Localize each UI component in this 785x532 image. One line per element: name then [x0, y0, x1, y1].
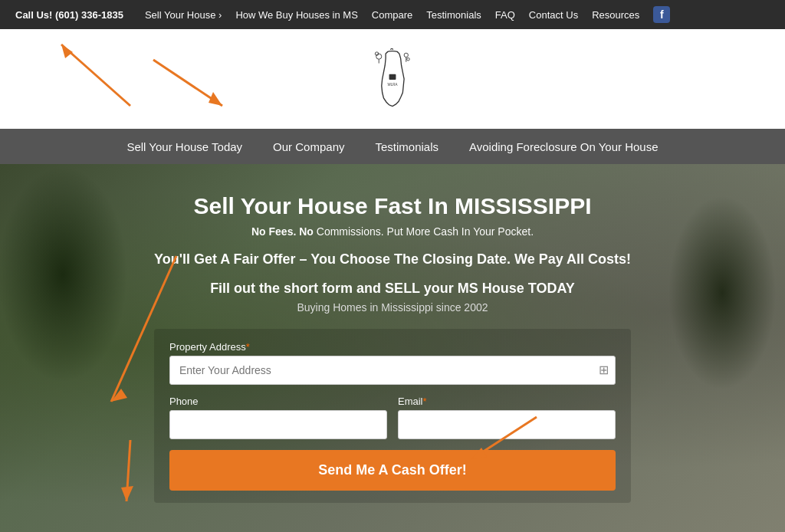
hero-buying: Buying Homes in Mississippi since 2002	[154, 301, 631, 314]
nav-faq[interactable]: FAQ	[495, 9, 515, 21]
phone-label: Phone	[169, 396, 387, 407]
email-label: Email*	[398, 396, 616, 407]
svg-point-1	[376, 54, 382, 59]
secnav-sell-house[interactable]: Sell Your House Today	[126, 140, 242, 153]
hero-section: Sell Your House Fast In MISSISSIPPI No F…	[0, 164, 785, 532]
phone-field-group: Phone	[169, 396, 387, 439]
no-commissions: No	[299, 225, 314, 238]
nav-compare[interactable]: Compare	[372, 9, 412, 21]
svg-marker-11	[209, 92, 222, 106]
no-fees: No Fees.	[251, 225, 296, 238]
hero-offer: You'll Get A Fair Offer – You Choose The…	[154, 250, 631, 269]
svg-point-2	[404, 53, 408, 57]
mississippi-logo: WLRA	[366, 48, 419, 110]
address-input-row: ⊞	[169, 356, 616, 385]
nav-resources[interactable]: Resources	[592, 9, 639, 21]
address-input[interactable]	[176, 356, 599, 384]
top-navigation: Call Us! (601) 336-1835 Sell Your House …	[0, 0, 785, 29]
phone-number: Call Us! (601) 336-1835	[15, 9, 123, 21]
svg-marker-9	[61, 44, 73, 58]
address-label: Property Address*	[169, 341, 616, 353]
hero-fill: Fill out the short form and SELL your MS…	[154, 281, 631, 297]
submit-button[interactable]: Send Me A Cash Offer!	[169, 450, 616, 491]
email-input[interactable]	[398, 410, 616, 439]
secnav-our-company[interactable]: Our Company	[273, 140, 344, 153]
lead-form: Property Address* ⊞ Phone Email* Send Me	[154, 329, 631, 503]
secnav-testimonials[interactable]: Testimonials	[375, 140, 438, 153]
svg-line-10	[153, 60, 222, 106]
nav-how-we-buy[interactable]: How We Buy Houses in MS	[235, 9, 357, 21]
secnav-foreclosure[interactable]: Avoiding Foreclosure On Your House	[469, 140, 659, 153]
commissions-text: Commissions. Put More Cash In Your Pocke…	[317, 225, 534, 238]
hero-subtitle: No Fees. No Commissions. Put More Cash I…	[154, 225, 631, 238]
nav-testimonials[interactable]: Testimonials	[426, 9, 481, 21]
hero-title: Sell Your House Fast In MISSISSIPPI	[154, 193, 631, 219]
phone-input[interactable]	[169, 410, 387, 439]
svg-point-4	[407, 57, 410, 61]
email-field-group: Email*	[398, 396, 616, 439]
nav-sell-house[interactable]: Sell Your House ›	[145, 9, 222, 21]
hero-content: Sell Your House Fast In MISSISSIPPI No F…	[139, 170, 646, 525]
svg-line-8	[61, 44, 130, 106]
facebook-icon[interactable]: f	[653, 6, 670, 23]
phone-email-row: Phone Email*	[169, 396, 616, 439]
address-icon: ⊞	[599, 363, 609, 377]
svg-rect-0	[389, 74, 396, 80]
svg-text:WLRA: WLRA	[388, 83, 398, 87]
logo-area: WLRA	[0, 29, 785, 129]
nav-contact[interactable]: Contact Us	[529, 9, 578, 21]
secondary-navigation: Sell Your House Today Our Company Testim…	[0, 129, 785, 164]
